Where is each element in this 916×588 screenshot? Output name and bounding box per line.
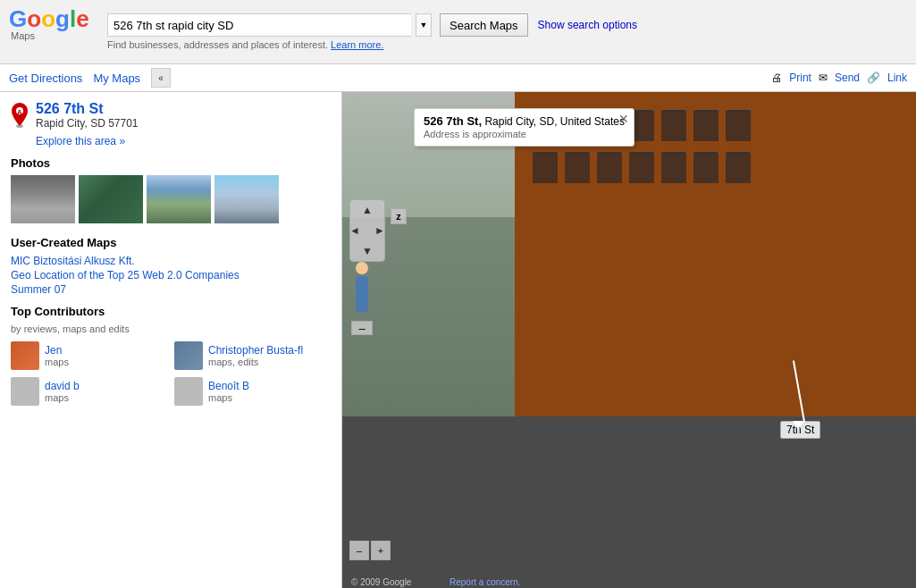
sv-window (533, 152, 558, 183)
logo-text: Google (9, 7, 98, 30)
show-search-options-link[interactable]: Show search options (538, 19, 637, 31)
sv-zoom-label[interactable]: z (391, 208, 407, 224)
nav-left: Get Directions My Maps « (9, 68, 171, 88)
photos-row (11, 175, 331, 223)
contributor-name-christopher[interactable]: Christopher Busta-fl (208, 344, 303, 357)
my-maps-link[interactable]: My Maps (93, 71, 140, 85)
photo-thumb-2[interactable] (79, 175, 143, 223)
sv-report-link[interactable]: Report a concern. (450, 577, 521, 587)
top-bar: Google Maps ▼ Search Maps Show search op… (0, 0, 916, 64)
photos-section-title: Photos (11, 156, 331, 170)
contributor-item-4: Benoît B maps (174, 377, 331, 406)
photo-thumb-1[interactable] (11, 175, 75, 223)
search-hint: Find businesses, addresses and places of… (107, 39, 907, 50)
avatar-benoit (174, 377, 203, 406)
sv-ground (342, 416, 916, 588)
sv-right-arrow[interactable]: ► (374, 224, 385, 237)
location-subtitle: Rapid City, SD 57701 (36, 117, 139, 130)
avatar-christopher (174, 341, 203, 370)
user-maps-section: User-Created Maps MIC Biztositási Alkusz… (11, 236, 331, 296)
sv-window (726, 152, 751, 183)
sv-zoom-minus-button[interactable]: – (351, 321, 373, 335)
user-map-link-3[interactable]: Summer 07 (11, 283, 331, 296)
get-directions-link[interactable]: Get Directions (9, 71, 82, 85)
contributor-role-benoit: maps (208, 392, 249, 403)
link-icon: 🔗 (867, 71, 880, 84)
streetview-panel[interactable]: ✕ 526 7th St, Rapid City, SD, United Sta… (342, 92, 916, 588)
sv-down-arrow[interactable]: ▼ (362, 245, 373, 257)
search-dropdown-button[interactable]: ▼ (416, 13, 432, 37)
contributors-subtitle: by reviews, maps and edits (11, 323, 331, 334)
printer-icon: 🖨 (771, 71, 782, 84)
contributors-title: Top Contributors (11, 305, 331, 318)
sv-report: Report a concern. (450, 577, 521, 587)
photo-thumb-4[interactable] (214, 175, 279, 223)
avatar-david (11, 377, 39, 406)
sv-magnify-minus-button[interactable]: – (349, 541, 369, 560)
google-maps-logo: Google Maps (9, 7, 98, 56)
sv-info-close-button[interactable]: ✕ (618, 112, 629, 126)
contributor-name-jen[interactable]: Jen (45, 344, 69, 357)
contributor-role-jen: maps (45, 357, 69, 367)
contributor-role-christopher: maps, edits (208, 357, 303, 367)
sv-window (597, 152, 622, 183)
sv-pegman-body (356, 276, 368, 312)
send-link[interactable]: Send (835, 71, 860, 84)
photo-thumb-3[interactable] (147, 175, 211, 223)
sv-window (629, 152, 654, 183)
sv-window (693, 110, 719, 141)
sv-window (565, 152, 590, 183)
learn-more-link[interactable]: Learn more. (331, 39, 383, 50)
sv-up-arrow[interactable]: ▲ (362, 204, 373, 216)
print-link[interactable]: Print (789, 71, 811, 84)
sv-nav-arrows[interactable]: ▲ ◄ ► ▼ (349, 199, 385, 262)
main-content: A 526 7th St Rapid City, SD 57701 Explor… (0, 92, 916, 588)
contributor-role-david: maps (45, 392, 80, 403)
contributor-name-david[interactable]: david b (45, 380, 80, 392)
sv-window (661, 110, 686, 141)
avatar-jen (11, 341, 39, 370)
sv-window (693, 152, 719, 183)
sv-window (726, 110, 751, 141)
search-row: ▼ Search Maps Show search options (107, 13, 907, 37)
sv-pegman-head (356, 262, 368, 274)
streetview-scene: ✕ 526 7th St, Rapid City, SD, United Sta… (342, 92, 916, 588)
search-area: ▼ Search Maps Show search options Find b… (107, 13, 907, 50)
user-map-link-2[interactable]: Geo Location of the Top 25 Web 2.0 Compa… (11, 269, 331, 281)
location-marker-icon: A (11, 103, 29, 128)
contributor-name-benoit[interactable]: Benoît B (208, 380, 249, 392)
user-map-link-1[interactable]: MIC Biztositási Alkusz Kft. (11, 255, 331, 267)
contributors-grid: Jen maps Christopher Busta-fl maps, edit… (11, 341, 331, 406)
contributor-item-3: david b maps (11, 377, 167, 406)
email-icon: ✉ (819, 71, 828, 84)
sv-left-arrow[interactable]: ◄ (349, 224, 360, 237)
contributors-section: Top Contributors by reviews, maps and ed… (11, 305, 331, 406)
search-input[interactable] (107, 13, 411, 37)
search-maps-button[interactable]: Search Maps (440, 13, 528, 37)
sv-direction-arrowhead-1 (793, 421, 803, 430)
nav-bar: Get Directions My Maps « 🖨 Print ✉ Send … (0, 64, 916, 92)
contributor-item-2: Christopher Busta-fl maps, edits (174, 341, 331, 370)
sidebar: A 526 7th St Rapid City, SD 57701 Explor… (0, 92, 342, 588)
explore-link[interactable]: Explore this area » (36, 135, 331, 147)
sv-info-location: Rapid City, SD, United States (484, 115, 625, 128)
link-link[interactable]: Link (887, 71, 907, 84)
sv-magnify-plus-button[interactable]: + (371, 541, 391, 560)
svg-text:A: A (17, 108, 22, 116)
sv-window-row-2 (533, 152, 907, 183)
location-title-link[interactable]: 526 7th St (36, 101, 104, 116)
sv-info-note: Address is approximate (424, 129, 526, 139)
sv-copyright: © 2009 Google (351, 577, 411, 587)
sv-pegman[interactable] (351, 262, 373, 324)
sv-info-title: 526 7th St, (424, 114, 482, 128)
sv-window (661, 152, 686, 183)
location-header: A 526 7th St Rapid City, SD 57701 (11, 101, 331, 130)
sv-nav-control: ▲ ◄ ► ▼ (349, 199, 385, 262)
user-maps-title: User-Created Maps (11, 236, 331, 249)
location-info: 526 7th St Rapid City, SD 57701 (36, 101, 139, 130)
contributor-item-1: Jen maps (11, 341, 167, 370)
nav-right: 🖨 Print ✉ Send 🔗 Link (771, 71, 907, 84)
sv-info-bubble: ✕ 526 7th St, Rapid City, SD, United Sta… (414, 108, 634, 147)
collapse-sidebar-button[interactable]: « (151, 68, 171, 88)
sv-magnify-buttons: – + (349, 541, 391, 560)
